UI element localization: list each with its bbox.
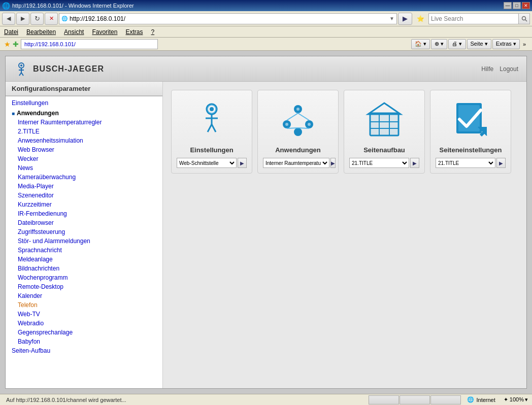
sidebar-item-webbrowser[interactable]: Web Browser — [6, 145, 162, 154]
refresh-button[interactable]: ↻ — [30, 13, 44, 25]
hilfe-link[interactable]: Hilfe — [481, 65, 493, 73]
sidebar-item-zugriff[interactable]: Zugriffssteuerung — [6, 227, 162, 237]
extras-button[interactable]: Extras ▾ — [492, 39, 520, 49]
menu-favoriten[interactable]: Favoriten — [92, 28, 117, 36]
browser-icon: 🌐 — [2, 2, 10, 10]
card-select-einstellungen[interactable]: Web-Schnittstelle — [177, 158, 237, 168]
card-select-seiteneinstellungen[interactable]: 21.TITLE — [436, 158, 495, 168]
sidebar-item-remote[interactable]: Remote-Desktop — [6, 282, 162, 291]
menu-bearbeiten[interactable]: Bearbeiten — [26, 28, 56, 36]
sidebar-item-kalender[interactable]: Kalender — [6, 291, 162, 300]
card-icon-einstellungen — [186, 96, 237, 142]
sidebar-item-anwesenheit[interactable]: Anwesenheitssimulation — [6, 136, 162, 145]
menu-datei[interactable]: Datei — [4, 28, 18, 36]
sidebar-item-irfernbed[interactable]: IR-Fernbedienung — [6, 209, 162, 218]
logout-link[interactable]: Logout — [500, 65, 518, 73]
sidebar-item-szene[interactable]: Szeneneditor — [6, 191, 162, 200]
page-button[interactable]: Seite ▾ — [467, 39, 491, 49]
go-button[interactable]: ▶ — [398, 13, 412, 25]
menu-help[interactable]: ? — [151, 28, 154, 36]
sidebar: Konfigurationsparameter Einstellungen ■ … — [6, 82, 163, 388]
sidebar-item-babyfon[interactable]: Babyfon — [6, 337, 162, 346]
sidebar-item-einstellungen[interactable]: Einstellungen — [6, 98, 162, 108]
card-go-anwendungen[interactable]: ▶ — [330, 158, 336, 168]
svg-line-1 — [525, 20, 527, 21]
address-bar: 🌐 ▼ — [59, 13, 397, 24]
menu-extras[interactable]: Extras — [125, 28, 143, 36]
sidebar-item-kurzzeitimer[interactable]: Kurzzeitimer — [6, 200, 162, 209]
card-anwendungen: Anwendungen Interner Raumtemperatu ▶ — [257, 90, 339, 174]
fav-toolbar: ★ ✚ http://192.168.0.101/ 🏠 ▾ ⊕ ▾ 🖨 ▾ Se… — [0, 38, 532, 51]
card-label-anwendungen: Anwendungen — [275, 146, 321, 154]
home-button[interactable]: 🏠 ▾ — [411, 39, 430, 49]
close-button[interactable]: ✕ — [522, 2, 530, 9]
sidebar-item-telefon[interactable]: Telefon — [6, 300, 162, 310]
app-container: BUSCH-JAEGER Hilfe Logout Konfigurations… — [5, 56, 527, 389]
favorites-button[interactable]: ⭐ — [413, 13, 427, 25]
status-text: Auf http://192.168.0.101/channel wird ge… — [2, 397, 367, 403]
svg-line-22 — [298, 128, 309, 128]
svg-rect-34 — [458, 105, 480, 131]
card-select-anwendungen[interactable]: Interner Raumtemperatu — [263, 158, 329, 168]
fav-star-icon[interactable]: ★ — [4, 40, 11, 48]
sidebar-item-mediaplayer[interactable]: Media-Player — [6, 182, 162, 191]
card-go-seiteneinstellungen[interactable]: ▶ — [496, 158, 506, 168]
svg-line-7 — [21, 73, 23, 76]
minimize-button[interactable]: — — [504, 2, 512, 9]
sidebar-section-anwendungen: ■ Anwendungen — [6, 108, 162, 118]
sidebar-item-2title[interactable]: 2.TITLE — [6, 127, 162, 136]
toolbar-expand[interactable]: » — [521, 41, 528, 47]
svg-point-24 — [285, 123, 288, 126]
sidebar-item-news[interactable]: News — [6, 163, 162, 173]
card-go-einstellungen[interactable]: ▶ — [238, 158, 247, 168]
sidebar-content: Einstellungen ■ Anwendungen Interner Rau… — [6, 96, 162, 388]
globe-icon: 🌐 — [467, 396, 474, 403]
card-select-seitenaufbau[interactable]: 21.TITLE — [349, 158, 409, 168]
zoom-dropdown[interactable]: ▾ — [525, 396, 528, 403]
menu-bar: Datei Bearbeiten Ansicht Favoriten Extra… — [0, 26, 532, 38]
app-header: BUSCH-JAEGER Hilfe Logout — [6, 56, 526, 82]
status-internet: 🌐 Internet — [463, 396, 499, 403]
sidebar-item-bildnach[interactable]: Bildnachrichten — [6, 264, 162, 273]
search-button[interactable] — [518, 14, 529, 24]
print-button[interactable]: 🖨 ▾ — [448, 39, 466, 49]
sidebar-item-wochen[interactable]: Wochenprogramm — [6, 273, 162, 282]
sidebar-item-sprach[interactable]: Sprachnachricht — [6, 246, 162, 255]
status-bar: Auf http://192.168.0.101/channel wird ge… — [0, 394, 532, 405]
address-icon: 🌐 — [61, 16, 68, 21]
back-button[interactable]: ◀ — [2, 13, 15, 25]
card-select-row-anwendungen: Interner Raumtemperatu ▶ — [263, 158, 333, 168]
maximize-button[interactable]: □ — [513, 2, 521, 9]
stop-button[interactable]: ✕ — [45, 13, 58, 25]
title-bar: 🌐 http://192.168.0.101/ - Windows Intern… — [0, 0, 532, 11]
search-input[interactable] — [429, 15, 518, 22]
add-fav-button[interactable]: ⊕ ▾ — [431, 39, 447, 49]
sidebar-item-dateibrowser[interactable]: Dateibrowser — [6, 218, 162, 227]
status-segments — [369, 395, 461, 404]
address-input[interactable] — [70, 15, 389, 22]
address-dropdown[interactable]: ▼ — [389, 16, 394, 21]
sidebar-item-kamera[interactable]: Kameraüberwachung — [6, 173, 162, 182]
sidebar-item-wecker[interactable]: Wecker — [6, 154, 162, 163]
sidebar-item-raumtemp[interactable]: Interner Raumtemperaturregler — [6, 118, 162, 127]
svg-line-19 — [287, 113, 298, 120]
sidebar-header: Konfigurationsparameter — [6, 82, 162, 96]
status-seg-2 — [400, 395, 430, 404]
sidebar-item-alarm[interactable]: Stör- und Alarmmeldungen — [6, 237, 162, 246]
right-content: Einstellungen Web-Schnittstelle ▶ — [163, 82, 526, 388]
window-title: http://192.168.0.101/ - Windows Internet… — [12, 3, 134, 9]
sidebar-item-melde[interactable]: Meldeanlage — [6, 255, 162, 264]
svg-point-23 — [296, 108, 300, 111]
sidebar-item-gegen[interactable]: Gegensprechanlage — [6, 328, 162, 337]
card-go-seitenaufbau[interactable]: ▶ — [410, 158, 419, 168]
forward-button[interactable]: ▶ — [16, 13, 29, 25]
sidebar-item-seiten[interactable]: Seiten-Aufbau — [6, 346, 162, 355]
sidebar-item-webradio[interactable]: Webradio — [6, 319, 162, 328]
fav-address: http://192.168.0.101/ — [21, 39, 158, 49]
card-label-seiteneinstellungen: Seiteneinstellungen — [440, 146, 502, 154]
search-container — [428, 13, 530, 24]
status-zoom: ✦ 100% ▾ — [502, 396, 530, 403]
menu-ansicht[interactable]: Ansicht — [64, 28, 84, 36]
fav-add-icon[interactable]: ✚ — [13, 40, 19, 48]
sidebar-item-webtv[interactable]: Web-TV — [6, 310, 162, 319]
